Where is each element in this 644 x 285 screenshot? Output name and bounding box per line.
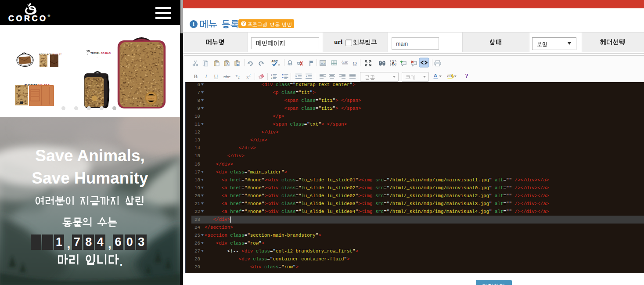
svg-text:ABC: ABC [271,60,278,63]
svg-text:A: A [434,73,437,78]
svg-text:ab: ab [447,73,452,78]
svg-text:2: 2 [271,76,272,79]
svg-text:corco: corco [148,97,154,100]
svg-text:A: A [227,62,229,66]
svg-text:TRAVEL GO BAG: TRAVEL GO BAG [90,52,111,54]
svg-text:Ω: Ω [353,60,357,67]
svg-text:1: 1 [271,73,272,76]
svg-text:A: A [391,61,394,66]
svg-text:A: A [342,60,344,63]
